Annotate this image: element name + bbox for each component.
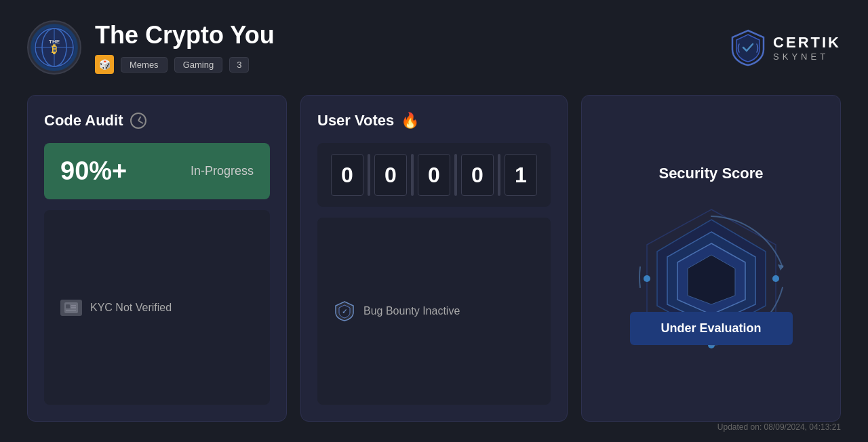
svg-text:✓: ✓ xyxy=(342,308,347,315)
kyc-text: KYC Not Verified xyxy=(90,302,172,314)
certik-sub-label: SKYNET xyxy=(773,52,829,62)
audit-percentage: 90%+ xyxy=(60,157,127,186)
fire-icon: 🔥 xyxy=(401,112,419,129)
code-audit-card: Code Audit 90%+ In-Progress xyxy=(27,95,287,422)
header-info: The Crypto You 🎲 Memes Gaming 3 xyxy=(95,21,275,74)
project-logo: THE ₿ xyxy=(27,20,81,75)
under-evaluation-badge: Under Evaluation xyxy=(630,312,793,345)
evaluation-label: Under Evaluation xyxy=(660,321,761,335)
vote-digit-3: 0 xyxy=(461,154,494,196)
svg-point-20 xyxy=(644,275,650,282)
bug-bounty-text: Bug Bounty Inactive xyxy=(363,305,460,317)
bug-bounty-section: ✓ Bug Bounty Inactive xyxy=(317,218,551,405)
clock-minute-hand xyxy=(138,120,143,124)
certik-text: CERTIK SKYNET xyxy=(773,34,841,62)
tag-icon: 🎲 xyxy=(95,55,114,74)
tag-count[interactable]: 3 xyxy=(229,57,249,73)
bug-bounty-shield-icon: ✓ xyxy=(334,300,355,322)
svg-text:₿: ₿ xyxy=(52,43,57,55)
tag-memes[interactable]: Memes xyxy=(121,57,167,73)
vote-digit-2: 0 xyxy=(418,154,450,196)
user-votes-title: User Votes 🔥 xyxy=(317,112,551,129)
tag-gaming[interactable]: Gaming xyxy=(174,57,223,73)
page-wrapper: THE ₿ The Crypto You 🎲 Memes Gaming 3 xyxy=(0,0,868,442)
project-title: The Crypto You xyxy=(95,21,275,49)
user-votes-card: User Votes 🔥 0 0 0 0 1 ✓ xyxy=(300,95,568,422)
vote-counter: 0 0 0 0 1 xyxy=(317,143,551,207)
vote-separator-2 xyxy=(454,154,457,196)
audit-status: In-Progress xyxy=(191,164,254,178)
vote-digit-4: 1 xyxy=(505,154,537,196)
main-grid: Code Audit 90%+ In-Progress xyxy=(27,95,841,422)
audit-progress-bar: 90%+ In-Progress xyxy=(44,143,270,199)
tags-row: 🎲 Memes Gaming 3 xyxy=(95,55,275,74)
vote-separator-3 xyxy=(498,154,500,196)
header: THE ₿ The Crypto You 🎲 Memes Gaming 3 xyxy=(27,20,841,75)
vote-digit-1: 0 xyxy=(374,154,407,196)
certik-logo: CERTIK SKYNET xyxy=(731,29,841,66)
vote-separator-1 xyxy=(411,154,414,196)
code-audit-title: Code Audit xyxy=(44,112,270,129)
user-votes-label: User Votes xyxy=(317,112,394,129)
certik-brand-name: CERTIK xyxy=(773,34,841,52)
code-audit-label: Code Audit xyxy=(44,112,123,129)
security-score-title: Security Score xyxy=(598,165,824,182)
svg-point-19 xyxy=(772,275,779,282)
header-left: THE ₿ The Crypto You 🎲 Memes Gaming 3 xyxy=(27,20,275,75)
logo-inner: THE ₿ xyxy=(31,24,78,71)
certik-shield-icon xyxy=(731,29,765,66)
footer-updated: Updated on: 08/09/2024, 04:13:21 xyxy=(717,422,841,432)
hexagon-container: Under Evaluation xyxy=(623,203,800,352)
kyc-section: KYC Not Verified xyxy=(44,210,270,405)
svg-rect-9 xyxy=(66,304,70,308)
vote-separator-0 xyxy=(368,154,370,196)
vote-digit-0: 0 xyxy=(331,154,363,196)
kyc-icon xyxy=(60,300,82,316)
security-score-card: Security Score xyxy=(581,95,841,422)
clock-icon xyxy=(130,113,146,129)
security-score-label: Security Score xyxy=(658,165,763,182)
